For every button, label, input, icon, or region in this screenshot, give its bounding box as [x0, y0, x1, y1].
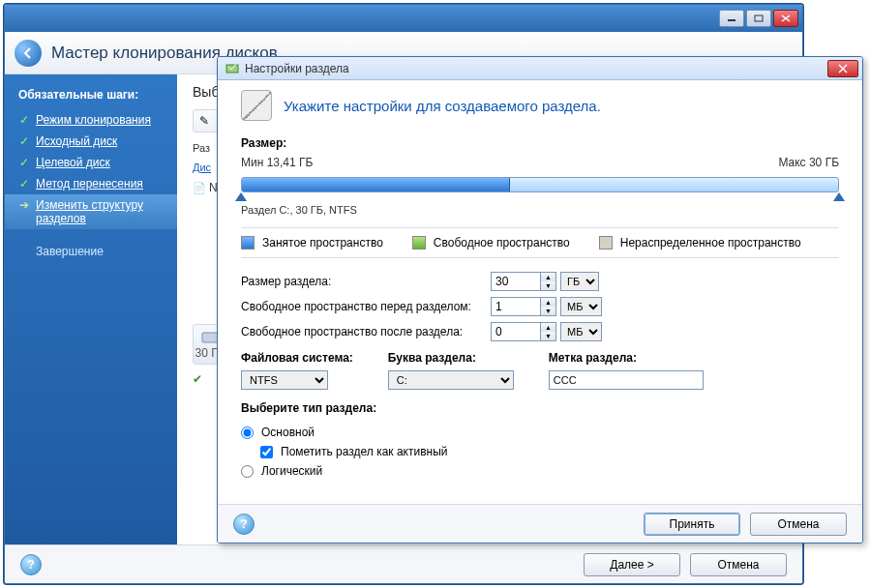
cancel-button[interactable]: Отмена	[690, 553, 787, 576]
wizard-button-bar: ? Далее > Отмена	[5, 544, 802, 583]
partition-size-stepper[interactable]: ▲▼	[541, 272, 556, 291]
partition-size-input[interactable]	[491, 272, 541, 291]
sidebar-item-target-disk[interactable]: ✓ Целевой диск	[5, 152, 177, 173]
free-before-stepper[interactable]: ▲▼	[541, 297, 556, 316]
svg-rect-1	[755, 15, 763, 21]
partition-settings-dialog: Настройки раздела Укажите настройки для …	[217, 56, 863, 544]
flag-icon	[241, 90, 272, 121]
modal-close-button[interactable]	[827, 60, 858, 77]
next-button[interactable]: Далее >	[584, 553, 680, 576]
check-icon: ✓	[18, 156, 30, 169]
max-size-label: Макс 30 ГБ	[778, 156, 839, 169]
modal-title: Настройки раздела	[245, 62, 349, 75]
back-button[interactable]	[15, 40, 42, 67]
wizard-sidebar: Обязательные шаги: ✓ Режим клонирования …	[5, 74, 177, 544]
close-button[interactable]	[773, 10, 798, 27]
primary-radio-label: Основной	[261, 426, 315, 439]
legend-unalloc-label: Нераспределенное пространство	[620, 236, 801, 250]
drive-letter-label: Буква раздела:	[388, 351, 514, 365]
sidebar-item-label: Завершение	[36, 245, 104, 258]
modal-button-bar: ? Принять Отмена	[218, 504, 862, 543]
mark-active-label: Пометить раздел как активный	[281, 445, 448, 458]
free-after-stepper[interactable]: ▲▼	[541, 322, 556, 341]
free-after-unit-select[interactable]: МБ	[560, 322, 602, 341]
sidebar-heading: Обязательные шаги:	[5, 84, 177, 109]
sidebar-item-clone-mode[interactable]: ✓ Режим клонирования	[5, 109, 177, 131]
partition-info-label: Раздел C:, 30 ГБ, NTFS	[241, 204, 839, 216]
modal-titlebar: Настройки раздела	[218, 57, 862, 80]
accept-button[interactable]: Принять	[644, 513, 740, 536]
check-icon: ✓	[18, 177, 30, 191]
main-titlebar	[5, 5, 802, 32]
volume-label-label: Метка раздела:	[549, 351, 704, 365]
size-section-label: Размер:	[241, 136, 839, 150]
swatch-free-icon	[412, 236, 426, 250]
filesystem-select[interactable]: NTFS	[241, 370, 328, 390]
modal-heading: Укажите настройки для создаваемого разде…	[284, 98, 601, 114]
size-legend: Занятое пространство Свободное пространс…	[241, 227, 839, 258]
partition-size-label: Размер раздела:	[241, 275, 483, 288]
sidebar-item-finish: Завершение	[5, 241, 177, 262]
partition-size-unit-select[interactable]: ГБ	[560, 272, 599, 291]
sidebar-item-transfer-method[interactable]: ✓ Метод перенесения	[5, 173, 177, 194]
free-before-unit-select[interactable]: МБ	[560, 297, 602, 316]
help-button[interactable]: ?	[20, 554, 42, 575]
sidebar-item-label: Режим клонирования	[36, 113, 151, 127]
check-icon: ✓	[18, 113, 30, 127]
slider-handle-right[interactable]	[833, 192, 845, 201]
modal-help-button[interactable]: ?	[233, 514, 255, 535]
sidebar-item-change-layout[interactable]: ➔ Изменить структуру разделов	[5, 194, 177, 229]
check-icon: ✓	[18, 134, 30, 148]
sidebar-item-label: Метод перенесения	[36, 177, 143, 191]
legend-used-label: Занятое пространство	[262, 236, 383, 250]
minimize-button[interactable]	[719, 10, 744, 27]
svg-rect-4	[202, 333, 218, 342]
mark-active-checkbox[interactable]: Пометить раздел как активный	[260, 442, 839, 461]
sidebar-item-label: Целевой диск	[36, 156, 110, 169]
arrow-right-icon: ➔	[18, 198, 30, 212]
logical-partition-radio[interactable]: Логический	[241, 461, 839, 481]
sidebar-item-label: Исходный диск	[36, 134, 117, 148]
free-before-label: Свободное пространство перед разделом:	[241, 300, 483, 313]
filesystem-label: Файловая система:	[241, 351, 353, 365]
free-after-input[interactable]	[491, 322, 541, 341]
maximize-button[interactable]	[746, 10, 771, 27]
size-slider[interactable]	[241, 171, 839, 200]
swatch-unalloc-icon	[599, 236, 613, 250]
sidebar-item-label: Изменить структуру разделов	[36, 198, 164, 225]
free-before-input[interactable]	[491, 297, 541, 316]
partition-type-heading: Выберите тип раздела:	[241, 401, 839, 415]
arrow-left-icon	[21, 46, 35, 60]
drive-letter-select[interactable]: C:	[388, 370, 514, 390]
legend-free-label: Свободное пространство	[434, 236, 570, 250]
logical-radio-label: Логический	[261, 464, 322, 478]
modal-cancel-button[interactable]: Отмена	[750, 513, 847, 536]
swatch-used-icon	[241, 236, 255, 250]
svg-rect-0	[728, 19, 735, 21]
min-size-label: Мин 13,41 ГБ	[241, 156, 313, 169]
slider-handle-left[interactable]	[235, 192, 247, 201]
free-after-label: Свободное пространство после раздела:	[241, 325, 483, 338]
primary-partition-radio[interactable]: Основной	[241, 423, 839, 442]
sidebar-item-source-disk[interactable]: ✓ Исходный диск	[5, 131, 177, 152]
partition-icon	[225, 62, 239, 75]
volume-label-input[interactable]	[549, 370, 704, 390]
